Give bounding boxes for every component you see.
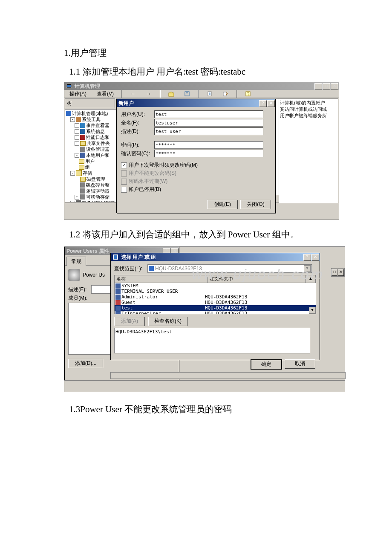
expand-icon[interactable]: + bbox=[75, 129, 79, 134]
add-member-button[interactable]: 添加(D)... bbox=[68, 359, 103, 368]
up-button[interactable] bbox=[167, 89, 176, 98]
list-item[interactable]: TsInternetUser bbox=[121, 311, 161, 314]
tree-defrag[interactable]: 磁盘碎片整 bbox=[86, 182, 110, 188]
menu-action[interactable]: 操作(A) bbox=[67, 90, 89, 98]
defrag-icon bbox=[80, 182, 85, 188]
close-button[interactable]: ✕ bbox=[267, 100, 275, 107]
tree-devmgr[interactable]: 设备管理器 bbox=[86, 146, 110, 152]
svg-text:?: ? bbox=[247, 92, 250, 96]
help-button[interactable]: ? bbox=[243, 89, 253, 98]
must-change-checkbox[interactable]: ✓ bbox=[121, 162, 127, 168]
tree-header: 树 bbox=[65, 98, 115, 108]
tree-storage[interactable]: 存储 bbox=[83, 170, 92, 176]
confirm-password-input[interactable] bbox=[154, 150, 263, 157]
username-input[interactable] bbox=[154, 110, 263, 118]
select-dialog-title: 选择 用户 或 组 bbox=[120, 254, 303, 261]
selected-names-textbox[interactable]: HQU-D3DA4362F13\test bbox=[114, 328, 310, 353]
menu-view[interactable]: 查看(V) bbox=[94, 90, 116, 98]
folder-icon bbox=[79, 165, 84, 170]
tree-diskmgmt[interactable]: 磁盘管理 bbox=[86, 176, 105, 182]
folder-icon bbox=[80, 141, 86, 146]
description-label: 描述(D): bbox=[121, 128, 154, 135]
password-input[interactable] bbox=[154, 141, 263, 149]
tree-services[interactable]: 服务和应用程序 bbox=[82, 200, 115, 202]
disabled-label: 帐户已停用(B) bbox=[129, 186, 161, 193]
refresh-button[interactable] bbox=[205, 89, 214, 98]
tree-systools[interactable]: 系统工具 bbox=[82, 116, 101, 122]
col-folder[interactable]: 在文件夹中 bbox=[208, 275, 306, 283]
users-icon bbox=[80, 153, 85, 158]
user-icon bbox=[115, 311, 121, 315]
list-item[interactable]: Guest bbox=[121, 300, 135, 305]
cancel-button[interactable]: 取消 bbox=[285, 359, 315, 369]
tree-logical[interactable]: 逻辑驱动器 bbox=[86, 188, 110, 194]
help-button[interactable]: ? bbox=[259, 100, 267, 107]
tab-general[interactable]: 常规 bbox=[66, 257, 86, 266]
mdi-restore-button[interactable]: □ bbox=[331, 269, 337, 276]
properties-button[interactable] bbox=[182, 89, 192, 98]
disabled-checkbox[interactable] bbox=[121, 187, 127, 193]
tree-shared[interactable]: 共享文件夹 bbox=[86, 140, 110, 146]
tree-groups[interactable]: 组 bbox=[85, 164, 90, 170]
tree-sysinfo[interactable]: 系统信息 bbox=[86, 128, 105, 134]
tree-root[interactable]: 计算机管理(本地) bbox=[72, 110, 108, 116]
expand-icon[interactable]: + bbox=[75, 135, 79, 140]
fullname-input[interactable] bbox=[154, 119, 263, 127]
collapse-icon[interactable]: - bbox=[70, 117, 75, 122]
help-button[interactable]: ? bbox=[303, 254, 311, 261]
dropdown-icon[interactable]: ▼ bbox=[304, 265, 311, 272]
heading-1: 1.用户管理 bbox=[64, 47, 328, 59]
list-item[interactable]: SYSTEM bbox=[121, 283, 138, 289]
check-names-button[interactable]: 检查名称(K) bbox=[148, 317, 187, 326]
scroll-down-icon[interactable]: ▼ bbox=[309, 307, 316, 314]
tree-removable[interactable]: 可移动存储 bbox=[86, 194, 110, 200]
app-icon bbox=[66, 83, 72, 90]
description-input[interactable] bbox=[154, 127, 263, 135]
expand-icon[interactable]: + bbox=[75, 141, 79, 146]
export-button[interactable] bbox=[221, 89, 230, 98]
expand-icon[interactable]: + bbox=[70, 201, 75, 203]
close-dialog-button[interactable]: 关闭(O) bbox=[240, 200, 271, 209]
tree-eventviewer[interactable]: 事件查看器 bbox=[86, 122, 110, 128]
list-item[interactable]: test bbox=[121, 305, 133, 311]
col-name[interactable]: 名称 bbox=[115, 275, 208, 283]
members-label: 成员(M): bbox=[68, 295, 91, 302]
mdi-close-button[interactable]: ✕ bbox=[338, 269, 344, 276]
window-titlebar: 计算机管理 _ □ ✕ bbox=[64, 82, 339, 90]
window-title: 计算机管理 bbox=[74, 83, 314, 90]
computer-management-window: 计算机管理 _ □ ✕ 操作(A) 查看(V) ← → ? bbox=[64, 82, 339, 220]
tree-users[interactable]: 用户 bbox=[85, 158, 95, 164]
tree-localusers[interactable]: 本地用户和 bbox=[86, 152, 110, 158]
lookin-combo[interactable]: HQU-D3DA4362F13 ▼ bbox=[147, 264, 312, 273]
svg-rect-2 bbox=[169, 93, 174, 96]
list-item-folder: HQU-D3DA4362F13 bbox=[205, 305, 316, 311]
scroll-up-icon[interactable]: ▲ bbox=[306, 275, 316, 283]
list-item-folder: HQU-D3DA4362F13 bbox=[205, 300, 316, 305]
list-header: 名称 在文件夹中 ▲ bbox=[114, 275, 316, 283]
expand-icon[interactable]: + bbox=[75, 123, 79, 128]
desc-line-3: 用户帐户被终端服务所 bbox=[280, 113, 338, 119]
list-item[interactable]: Administrator bbox=[121, 294, 158, 300]
book-icon bbox=[80, 123, 85, 128]
storage-icon bbox=[76, 170, 82, 176]
close-button[interactable]: ✕ bbox=[311, 254, 319, 261]
close-button[interactable]: ✕ bbox=[331, 83, 338, 90]
tree-view[interactable]: 计算机管理(本地) -系统工具 +事件查看器 +系统信息 +性能日志和 +共享文… bbox=[65, 109, 118, 202]
lookin-value: HQU-D3DA4362F13 bbox=[155, 266, 202, 272]
create-button[interactable]: 创建(E) bbox=[207, 200, 238, 209]
forward-button[interactable]: → bbox=[144, 89, 153, 98]
ok-button[interactable]: 确定 bbox=[251, 359, 282, 370]
back-button[interactable]: ← bbox=[128, 89, 138, 98]
heading-1-1: 1.1 添加管理本地用户 用户名:test 密码:testabc bbox=[69, 66, 328, 78]
expand-icon[interactable]: + bbox=[75, 195, 79, 199]
tree-perflog[interactable]: 性能日志和 bbox=[86, 134, 110, 140]
desc-line-2: 宾访问计算机或访问域 bbox=[280, 106, 338, 113]
users-listbox[interactable]: SYSTEM TERMINAL SERVER USER Administrato… bbox=[114, 283, 316, 314]
collapse-icon[interactable]: - bbox=[75, 153, 79, 158]
dialog-title: 新用户 bbox=[117, 100, 259, 107]
list-item[interactable]: TERMINAL SERVER USER bbox=[121, 289, 178, 294]
collapse-icon[interactable]: - bbox=[70, 171, 75, 176]
maximize-button[interactable]: □ bbox=[323, 83, 330, 90]
minimize-button[interactable]: _ bbox=[314, 83, 322, 90]
prop-desc-label: 描述(E): bbox=[68, 286, 91, 293]
